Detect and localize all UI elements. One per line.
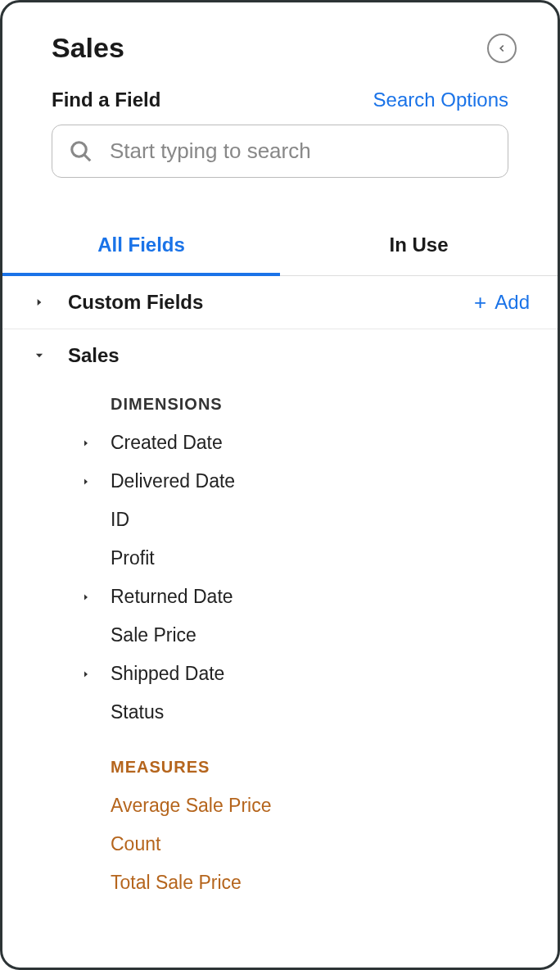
dimension-field[interactable]: ID (2, 501, 558, 539)
field-label: ID (111, 509, 129, 531)
svg-marker-5 (84, 478, 88, 484)
collapse-panel-button[interactable] (487, 34, 517, 63)
svg-marker-2 (38, 299, 42, 306)
field-label: Total Sale Price (111, 872, 242, 894)
field-label: Returned Date (111, 586, 233, 608)
search-box[interactable] (52, 125, 508, 178)
tab-all-fields[interactable]: All Fields (2, 217, 280, 276)
search-labels: Find a Field Search Options (52, 88, 508, 111)
search-options-link[interactable]: Search Options (373, 88, 508, 111)
chevron-right-icon (34, 297, 45, 308)
chevron-left-icon (496, 43, 508, 54)
dimension-field[interactable]: Delivered Date (2, 462, 558, 501)
section-sales[interactable]: Sales (2, 329, 558, 382)
dimension-field[interactable]: Status (2, 693, 558, 732)
field-label: Count (111, 833, 160, 855)
field-label: Average Sale Price (111, 795, 271, 817)
measure-field[interactable]: Average Sale Price (2, 786, 558, 825)
dimensions-header: DIMENSIONS (2, 385, 558, 424)
section-custom-fields[interactable]: Custom Fields + Add (2, 276, 558, 329)
chevron-right-icon (81, 669, 91, 679)
field-label: Created Date (111, 432, 223, 454)
dimension-field[interactable]: Created Date (2, 424, 558, 462)
svg-line-1 (84, 154, 91, 161)
chevron-down-icon (34, 350, 45, 361)
measure-field[interactable]: Total Sale Price (2, 863, 558, 902)
field-label: Delivered Date (111, 470, 235, 492)
dimension-field[interactable]: Shipped Date (2, 655, 558, 693)
measures-list: Average Sale Price Count Total Sale Pric… (2, 786, 558, 902)
plus-icon: + (474, 292, 486, 313)
panel-header: Sales (2, 2, 558, 80)
section-sales-title: Sales (68, 344, 530, 367)
add-label: Add (495, 291, 530, 314)
measures-header: MEASURES (2, 748, 558, 786)
field-label: Sale Price (111, 624, 196, 646)
svg-marker-10 (84, 671, 88, 677)
dimension-field[interactable]: Returned Date (2, 578, 558, 616)
sales-fields: DIMENSIONS Created Date Delivered Date I… (2, 382, 558, 902)
chevron-right-icon (81, 477, 91, 487)
tabs: All Fields In Use (2, 217, 558, 276)
search-icon (69, 139, 93, 164)
field-picker-panel: Sales Find a Field Search Options All Fi… (0, 0, 560, 970)
svg-point-0 (72, 142, 87, 156)
field-label: Status (111, 701, 164, 723)
dimensions-list: Created Date Delivered Date ID Profit Re… (2, 424, 558, 732)
chevron-right-icon (81, 592, 91, 602)
search-section: Find a Field Search Options (2, 80, 558, 178)
chevron-right-icon (81, 438, 91, 448)
tab-in-use[interactable]: In Use (280, 217, 558, 275)
dimension-field[interactable]: Sale Price (2, 616, 558, 655)
svg-marker-4 (84, 440, 88, 446)
panel-title: Sales (52, 32, 124, 64)
section-custom-fields-title: Custom Fields (68, 291, 474, 314)
field-label: Shipped Date (111, 663, 224, 685)
dimension-field[interactable]: Profit (2, 539, 558, 578)
svg-marker-8 (84, 594, 88, 600)
add-custom-field-button[interactable]: + Add (474, 291, 530, 314)
svg-marker-3 (36, 354, 43, 358)
search-input[interactable] (110, 138, 491, 164)
measure-field[interactable]: Count (2, 825, 558, 863)
field-label: Profit (111, 547, 155, 569)
find-field-label: Find a Field (52, 88, 160, 111)
